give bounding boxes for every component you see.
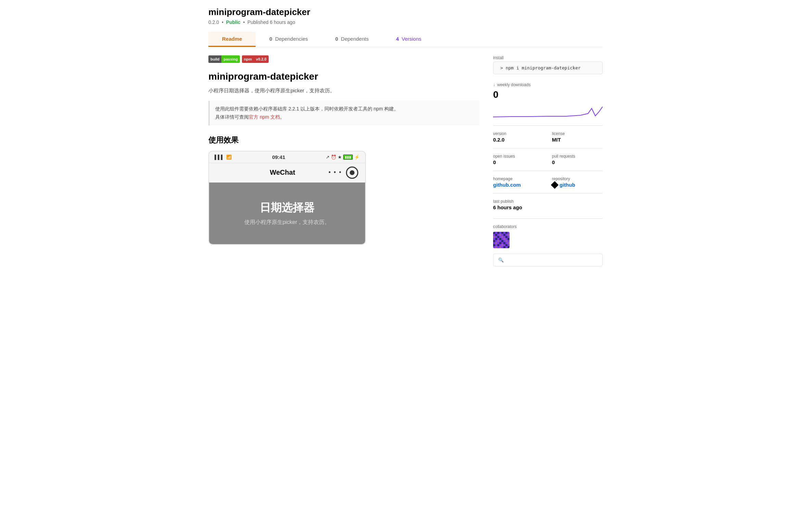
homepage-label: homepage [493, 176, 544, 181]
last-publish-value: 6 hours ago [493, 204, 603, 210]
divider-5 [493, 218, 603, 219]
divider-1 [493, 125, 603, 126]
package-visibility: Public [226, 19, 241, 25]
divider-4 [493, 193, 603, 194]
weekly-downloads-label: ↓ weekly downloads [493, 82, 603, 87]
search-icon: 🔍 [498, 257, 504, 263]
npm-version-value: v0.2.0 [254, 55, 269, 63]
svg-rect-29 [495, 246, 497, 248]
svg-rect-18 [497, 240, 499, 242]
install-command-box[interactable]: > npm i miniprogram-datepicker [493, 62, 603, 74]
weekly-downloads-count: 0 [493, 89, 603, 100]
homepage-link[interactable]: github.com [493, 182, 521, 188]
svg-rect-9 [493, 236, 495, 238]
svg-rect-16 [507, 238, 510, 240]
license-label: license [552, 131, 603, 136]
svg-rect-31 [503, 246, 505, 248]
build-badge: build passing [208, 55, 240, 63]
install-section: install > npm i miniprogram-datepicker [493, 55, 603, 74]
avatar-image [493, 232, 510, 248]
divider-2 [493, 148, 603, 148]
wechat-icons: • • • [329, 167, 358, 179]
pull-requests-item: pull requests 0 [552, 154, 603, 165]
tab-versions[interactable]: 4 Versions [382, 32, 435, 47]
svg-rect-10 [497, 236, 499, 238]
repository-item: repository github [552, 176, 603, 188]
svg-rect-1 [493, 232, 495, 234]
phone-content-title: 日期选择器 [260, 200, 314, 215]
badge-row: build passing npm v0.2.0 [208, 55, 479, 63]
phone-time: 09:41 [272, 154, 285, 160]
build-label: build [208, 55, 221, 63]
svg-rect-32 [507, 246, 510, 248]
svg-rect-27 [501, 244, 503, 246]
svg-rect-12 [505, 236, 507, 238]
readme-description: 小程序日期选择器，使用小程序原生picker，支持农历。 [208, 88, 479, 94]
phone-mockup: ▌▌▌ 📶 09:41 ↗ ⏰ ★ ▮▮▮ ⚡ WeChat [208, 151, 366, 245]
meta-grid-1: version 0.2.0 license MIT [493, 131, 603, 143]
svg-rect-2 [497, 232, 499, 234]
svg-rect-4 [505, 232, 507, 234]
homepage-value: github.com [493, 182, 544, 188]
svg-rect-8 [507, 234, 510, 236]
svg-rect-13 [495, 238, 497, 240]
repository-link[interactable]: github [559, 182, 575, 188]
version-value: 0.2.0 [493, 137, 544, 143]
collaborator-avatar[interactable] [493, 232, 510, 248]
package-version: 0.2.0 [208, 19, 219, 25]
download-arrow-icon: ↓ [493, 82, 495, 87]
version-item: version 0.2.0 [493, 131, 544, 143]
github-diamond-icon [551, 181, 559, 189]
package-published: Published 6 hours ago [247, 19, 295, 25]
svg-rect-15 [503, 238, 505, 240]
svg-rect-5 [495, 234, 497, 236]
last-publish-label: last publish [493, 199, 603, 204]
install-label: install [493, 55, 603, 60]
readme-note: 使用此组件需要依赖小程序基础库 2.2.1 以上版本，同时依赖开发者工具的 np… [208, 101, 479, 125]
package-meta: 0.2.0 • Public • Published 6 hours ago [208, 19, 603, 25]
svg-rect-22 [499, 242, 501, 244]
phone-content-sub: 使用小程序原生picker，支持农历。 [244, 219, 330, 226]
package-title: miniprogram-datepicker [208, 7, 603, 17]
phone-wechat-bar: WeChat • • • [209, 163, 365, 183]
bolt-icon: ⚡ [354, 155, 360, 160]
pull-requests-value: 0 [552, 159, 603, 165]
last-publish-section: last publish 6 hours ago [493, 199, 603, 210]
search-box[interactable]: 🔍 [493, 254, 603, 266]
license-value: MIT [552, 137, 603, 143]
bluetooth-icon: ★ [338, 155, 342, 160]
svg-rect-30 [499, 246, 501, 248]
svg-rect-20 [505, 240, 507, 242]
battery-icon: ▮▮▮ [343, 155, 353, 160]
tab-dependencies[interactable]: 0 Dependencies [256, 32, 321, 47]
divider-3 [493, 171, 603, 171]
meta-grid-3: homepage github.com repository github [493, 176, 603, 188]
record-dot [350, 170, 355, 175]
svg-rect-25 [493, 244, 495, 246]
homepage-item: homepage github.com [493, 176, 544, 188]
downloads-chart [493, 102, 603, 119]
svg-rect-3 [501, 232, 503, 234]
meta-grid-2: open issues 0 pull requests 0 [493, 154, 603, 165]
wechat-title: WeChat [270, 169, 295, 176]
location-icon: ↗ [326, 155, 330, 160]
pull-requests-label: pull requests [552, 154, 603, 159]
tab-dependents[interactable]: 0 Dependents [322, 32, 382, 47]
npm-badge: npm v0.2.0 [242, 55, 269, 63]
repository-value: github [552, 182, 603, 188]
npm-docs-link[interactable]: 官方 npm 文档 [249, 114, 280, 120]
phone-status-right: ↗ ⏰ ★ ▮▮▮ ⚡ [326, 155, 360, 160]
phone-content-area: 日期选择器 使用小程序原生picker，支持农历。 [209, 183, 365, 244]
note-line1: 使用此组件需要依赖小程序基础库 2.2.1 以上版本，同时依赖开发者工具的 np… [215, 106, 399, 111]
open-issues-value: 0 [493, 159, 544, 165]
tabs-bar: Readme 0 Dependencies 0 Dependents 4 Ver… [208, 32, 603, 47]
open-issues-label: open issues [493, 154, 544, 159]
wechat-record-icon [346, 167, 358, 179]
svg-rect-7 [503, 234, 505, 236]
svg-rect-6 [499, 234, 501, 236]
build-value: passing [221, 55, 240, 63]
version-label: version [493, 131, 544, 136]
open-issues-item: open issues 0 [493, 154, 544, 165]
tab-readme[interactable]: Readme [208, 32, 256, 47]
install-command: > npm i miniprogram-datepicker [500, 65, 581, 70]
